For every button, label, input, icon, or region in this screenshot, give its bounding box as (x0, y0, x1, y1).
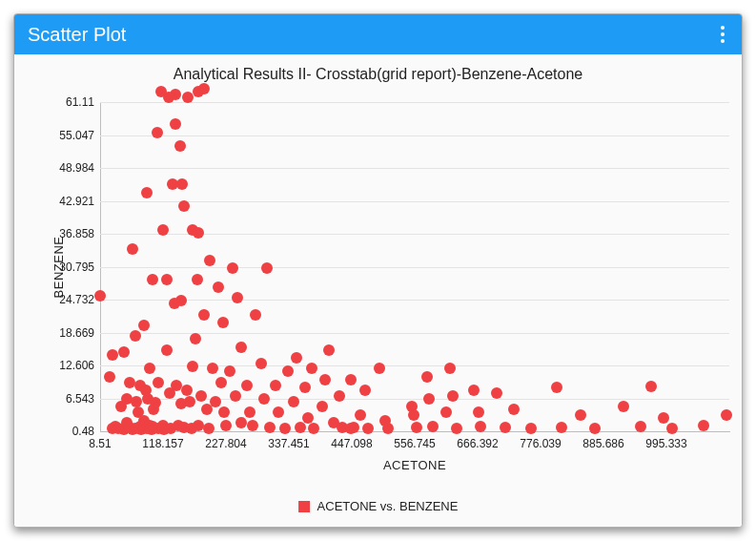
x-tick-label: 337.451 (268, 431, 309, 450)
y-tick-label: 55.047 (59, 129, 100, 142)
plot-area: BENZENE ACETONE 0.486.54312.60618.66924.… (100, 102, 729, 431)
legend-swatch (298, 501, 310, 512)
gridline (100, 135, 729, 136)
gridline (100, 399, 729, 400)
data-point (170, 89, 181, 100)
x-tick-label: 227.804 (205, 431, 246, 450)
scatter-plot-card: Scatter Plot Analytical Results II- Cros… (13, 13, 743, 528)
y-tick-label: 48.984 (59, 161, 100, 175)
y-tick-label: 61.11 (66, 95, 100, 109)
card-title: Scatter Plot (28, 24, 126, 46)
x-tick-label: 885.686 (582, 431, 623, 450)
gridline (100, 201, 729, 202)
gridline (100, 102, 729, 103)
gridline (100, 168, 729, 169)
gridline (100, 300, 729, 301)
y-tick-label: 6.543 (66, 392, 100, 406)
legend-label: ACETONE vs. BENZENE (317, 499, 459, 513)
data-point (155, 86, 167, 97)
gridline (100, 365, 729, 366)
y-tick-label: 24.732 (59, 293, 100, 306)
gridline (100, 267, 729, 268)
y-tick-label: 42.921 (59, 195, 100, 208)
card-header: Scatter Plot (14, 14, 742, 54)
y-tick-label: 12.606 (59, 359, 100, 372)
data-point (193, 86, 204, 97)
y-tick-label: 30.795 (59, 260, 100, 274)
x-tick-label: 666.392 (457, 431, 498, 450)
kebab-menu-icon[interactable] (717, 22, 728, 47)
x-tick-label: 118.157 (142, 431, 183, 450)
x-axis-label: ACETONE (383, 458, 446, 472)
chart-title: Analytical Results II- Crosstab(grid rep… (14, 66, 742, 83)
gridline (100, 234, 729, 235)
x-tick-label: 447.098 (331, 431, 372, 450)
card-body: Analytical Results II- Crosstab(grid rep… (14, 54, 742, 527)
gridline (100, 333, 729, 334)
y-tick-label: 36.858 (59, 227, 100, 240)
data-point (198, 83, 210, 94)
x-tick-label: 776.039 (520, 431, 561, 450)
x-tick-label: 8.51 (89, 431, 111, 450)
y-tick-label: 18.669 (59, 326, 100, 340)
x-tick-label: 995.333 (645, 431, 686, 450)
legend: ACETONE vs. BENZENE (298, 499, 459, 513)
x-tick-label: 556.745 (394, 431, 435, 450)
